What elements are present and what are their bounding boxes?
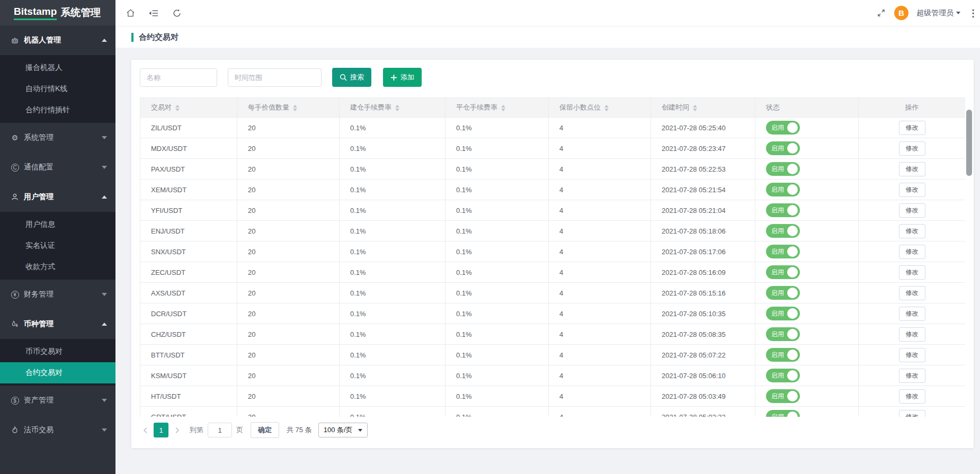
edit-button[interactable]: 修改 [899, 224, 925, 238]
sidebar-item-system-management[interactable]: ⚙ 系统管理 [0, 123, 115, 153]
submenu-item-label: 收款方式 [25, 262, 55, 272]
status-toggle[interactable]: 启用 [766, 245, 800, 258]
col-header-created[interactable]: 创建时间 [651, 98, 755, 118]
sidebar-item-robot-management[interactable]: 机器人管理 [0, 25, 115, 55]
status-toggle[interactable]: 启用 [766, 307, 800, 320]
search-button[interactable]: 搜索 [332, 68, 371, 87]
sort-icon[interactable] [395, 105, 399, 111]
page-size-select[interactable]: 100 条/页 [318, 423, 368, 437]
col-header-open-fee[interactable]: 建仓手续费率 [340, 98, 446, 118]
status-toggle[interactable]: 启用 [766, 141, 800, 155]
status-toggle[interactable]: 启用 [766, 327, 800, 341]
page-number-1[interactable]: 1 [154, 423, 168, 437]
sidebar-item-asset-management[interactable]: $ 资产管理 [0, 386, 115, 415]
user-avatar[interactable]: B [894, 6, 908, 20]
edit-button[interactable]: 修改 [899, 327, 925, 342]
sidebar-item-spot-pairs[interactable]: 币币交易对 [0, 341, 115, 362]
cell-close-fee: 0.1% [446, 262, 549, 283]
cell-value: 20 [237, 262, 340, 283]
status-toggle[interactable]: 启用 [766, 286, 800, 300]
sidebar-item-kyc[interactable]: 实名认证 [0, 235, 115, 256]
sidebar-item-payment-methods[interactable]: 收款方式 [0, 256, 115, 278]
cell-created: 2021-07-28 05:02:32 [651, 407, 755, 417]
sidebar-item-auto-kline[interactable]: 自动行情K线 [0, 78, 115, 100]
edit-button[interactable]: 修改 [899, 369, 925, 383]
cell-action: 修改 [859, 303, 966, 324]
goto-page-input[interactable] [208, 423, 232, 437]
status-toggle[interactable]: 启用 [766, 410, 800, 417]
status-toggle[interactable]: 启用 [766, 224, 800, 238]
confirm-button[interactable]: 确定 [251, 422, 279, 438]
status-toggle[interactable]: 启用 [766, 348, 800, 362]
edit-button[interactable]: 修改 [899, 203, 925, 218]
status-toggle[interactable]: 启用 [766, 183, 800, 196]
sidebar-item-coin-management[interactable]: 币种管理 [0, 309, 115, 339]
refresh-icon[interactable] [172, 8, 182, 19]
collapse-menu-icon[interactable] [148, 8, 159, 19]
chevron-up-icon [102, 195, 107, 199]
edit-button[interactable]: 修改 [899, 410, 925, 417]
cell-created: 2021-07-28 05:22:53 [651, 159, 755, 180]
col-header-decimals[interactable]: 保留小数点位 [549, 98, 651, 118]
cell-pair: ENJ/USDT [140, 221, 237, 242]
status-label: 启用 [771, 144, 784, 153]
edit-button[interactable]: 修改 [899, 245, 925, 259]
edit-button[interactable]: 修改 [899, 141, 925, 156]
chevron-down-icon [102, 136, 107, 139]
edit-button[interactable]: 修改 [899, 307, 925, 321]
edit-button[interactable]: 修改 [899, 348, 925, 362]
add-button[interactable]: 添加 [383, 68, 422, 87]
name-input[interactable] [140, 68, 217, 87]
sidebar-item-matching-robot[interactable]: 撮合机器人 [0, 57, 115, 78]
sort-icon[interactable] [175, 105, 180, 111]
sidebar-item-communication-config[interactable]: C 通信配置 [0, 153, 115, 182]
edit-button[interactable]: 修改 [899, 389, 925, 404]
sidebar-item-contract-pairs[interactable]: 合约交易对 [0, 362, 115, 383]
sidebar-item-user-info[interactable]: 用户信息 [0, 214, 115, 235]
cell-open-fee: 0.1% [340, 159, 446, 180]
edit-button[interactable]: 修改 [899, 121, 925, 135]
col-header-value[interactable]: 每手价值数量 [237, 98, 340, 118]
cell-value: 20 [237, 221, 340, 242]
next-page-button[interactable] [172, 423, 182, 437]
cell-close-fee: 0.1% [446, 386, 549, 407]
cell-action: 修改 [859, 242, 966, 262]
edit-button[interactable]: 修改 [899, 265, 925, 280]
sort-icon[interactable] [293, 105, 297, 111]
topbar: B 超级管理员 ⋮ [115, 0, 980, 26]
fullscreen-icon[interactable] [876, 8, 886, 19]
status-toggle[interactable]: 启用 [766, 265, 800, 279]
vertical-scrollbar-thumb[interactable] [966, 110, 972, 176]
edit-button[interactable]: 修改 [899, 286, 925, 300]
table-row: ZEC/USDT 20 0.1% 0.1% 4 2021-07-28 05:16… [140, 262, 966, 283]
cell-open-fee: 0.1% [340, 138, 446, 159]
status-toggle[interactable]: 启用 [766, 369, 800, 382]
status-toggle[interactable]: 启用 [766, 162, 800, 176]
status-toggle[interactable]: 启用 [766, 203, 800, 217]
cell-close-fee: 0.1% [446, 345, 549, 365]
sidebar-item-finance-management[interactable]: ¥ 财务管理 [0, 280, 115, 309]
cell-pair: ZIL/USDT [140, 118, 237, 138]
sidebar-item-contract-pin[interactable]: 合约行情插针 [0, 100, 115, 121]
sidebar-item-user-management[interactable]: 用户管理 [0, 182, 115, 212]
status-toggle[interactable]: 启用 [766, 389, 800, 403]
user-menu[interactable]: 超级管理员 [916, 8, 960, 18]
col-header-pair[interactable]: 交易对 [140, 98, 237, 118]
submenu-item-label: 合约行情插针 [25, 105, 70, 115]
submenu-item-label: 撮合机器人 [25, 63, 63, 73]
edit-button[interactable]: 修改 [899, 183, 925, 197]
sort-icon[interactable] [604, 105, 609, 111]
cell-created: 2021-07-28 05:08:35 [651, 324, 755, 345]
sort-icon[interactable] [693, 105, 697, 111]
cell-pair: KSM/USDT [140, 365, 237, 386]
edit-button[interactable]: 修改 [899, 162, 925, 176]
submenu-item-label: 合约交易对 [25, 368, 63, 378]
status-toggle[interactable]: 启用 [766, 121, 800, 135]
prev-page-button[interactable] [140, 423, 150, 437]
time-range-input[interactable] [228, 68, 322, 87]
sidebar-item-fiat-trading[interactable]: 法币交易 [0, 415, 115, 445]
col-header-close-fee[interactable]: 平仓手续费率 [446, 98, 549, 118]
more-menu-icon[interactable]: ⋮ [968, 7, 978, 19]
sort-icon[interactable] [501, 105, 505, 111]
home-icon[interactable] [125, 8, 136, 19]
